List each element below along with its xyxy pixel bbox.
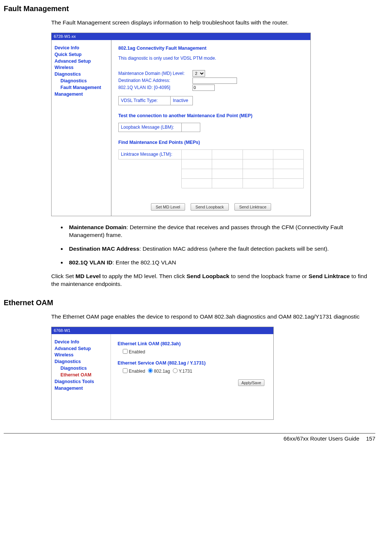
- sidebar2-advanced-setup[interactable]: Advanced Setup: [55, 346, 108, 352]
- main-heading: 802.1ag Connectivity Fault Management: [118, 45, 304, 52]
- heading-ethernet-oam: Ethernet OAM: [4, 298, 375, 308]
- sidebar2-diag-tools[interactable]: Diagnostics Tools: [55, 379, 108, 385]
- click-b2: Send Loopback: [187, 273, 229, 279]
- sidebar: Device Info Quick Setup Advanced Setup W…: [52, 40, 112, 216]
- sidebar2-device-info[interactable]: Device Info: [55, 339, 108, 345]
- main-subtext: This diagnostic is only used for VDSL PT…: [118, 55, 304, 61]
- sidebar2-management[interactable]: Management: [55, 385, 108, 392]
- service-oam-enabled-label: Enabled: [129, 369, 145, 374]
- vlan-id-input[interactable]: [192, 85, 215, 91]
- test-heading: Test the connection to another Maintenan…: [118, 113, 304, 119]
- lbm-table: Loopback Message (LBM):: [118, 123, 200, 132]
- sidebar-item-wireless[interactable]: Wireless: [55, 65, 108, 71]
- sidebar-item-quick-setup[interactable]: Quick Setup: [55, 52, 108, 58]
- bullet-mac-label: Destination MAC Address: [69, 245, 139, 252]
- bullet-destination-mac: Destination MAC Address: Destination MAC…: [67, 245, 375, 253]
- sidebar2-wireless[interactable]: Wireless: [55, 352, 108, 358]
- sidebar-item-diagnostics[interactable]: Diagnostics: [55, 71, 108, 78]
- sidebar-item-fault-management[interactable]: Fault Management: [60, 85, 108, 91]
- bullet-md-label: Maintenance Domain: [69, 224, 126, 230]
- window-title: 6728-W1-xx: [52, 33, 310, 40]
- radio-y1731-label: Y.1731: [179, 369, 192, 374]
- screenshot-fault-management: 6728-W1-xx Device Info Quick Setup Advan…: [51, 33, 311, 217]
- sidebar-item-management[interactable]: Management: [55, 91, 108, 98]
- md-level-select[interactable]: 2: [192, 70, 205, 77]
- footer-page-number: 157: [366, 435, 375, 442]
- button-row: Set MD Level Send Loopback Send Linktrac…: [118, 203, 304, 211]
- sidebar2-ethernet-oam[interactable]: Ethernet OAM: [60, 372, 108, 378]
- sidebar-2: Device Info Advanced Setup Wireless Diag…: [52, 334, 111, 419]
- sidebar2-diagnostics[interactable]: Diagnostics: [55, 359, 108, 365]
- click-b3: Send Linktrace: [309, 273, 350, 279]
- ltm-table: Linktrace Message (LTM):: [118, 149, 304, 188]
- bullet-vlan-text: : Enter the 802.1Q VLAN: [112, 259, 176, 266]
- intro-fm: The Fault Management screen displays inf…: [51, 19, 375, 27]
- dest-mac-input[interactable]: [192, 78, 237, 84]
- click-t2: to apply the MD level. Then click: [101, 273, 187, 279]
- find-heading: Find Maintenance End Points (MEPs): [118, 139, 304, 146]
- dest-mac-label: Destination MAC Address:: [118, 78, 192, 83]
- main-panel: 802.1ag Connectivity Fault Management Th…: [112, 40, 310, 216]
- footer-rule: [4, 433, 375, 434]
- click-t3: to send the loopback frame or: [229, 273, 309, 279]
- set-md-level-button[interactable]: Set MD Level: [151, 203, 185, 211]
- traffic-type-table: VDSL Traffic Type: Inactive: [118, 96, 193, 105]
- click-t1: Click Set: [51, 273, 75, 279]
- service-oam-enabled-checkbox[interactable]: [123, 368, 128, 373]
- window-title-2: 6768-W1: [52, 327, 273, 334]
- link-oam-enabled-checkbox[interactable]: [123, 349, 128, 354]
- radio-y1731[interactable]: [173, 368, 178, 373]
- intro-oam: The Ethernet OAM page enables the device…: [51, 313, 375, 321]
- bullet-maintenance-domain: Maintenance Domain: Determine the device…: [67, 224, 375, 239]
- click-b1: MD Level: [75, 273, 101, 279]
- page-footer: 66xx/67xx Router Users Guide 157: [4, 435, 375, 442]
- sidebar-item-diagnostics-sub[interactable]: Diagnostics: [60, 78, 108, 84]
- radio-8021ag[interactable]: [148, 368, 153, 373]
- service-oam-heading: Ethernet Service OAM (802.1ag / Y.1731): [118, 360, 267, 366]
- apply-save-button[interactable]: Apply/Save: [238, 379, 264, 386]
- traffic-type-value: Inactive: [171, 96, 193, 105]
- traffic-type-label: VDSL Traffic Type:: [119, 96, 171, 105]
- link-oam-enabled-label: Enabled: [129, 349, 145, 355]
- footer-guide-title: 66xx/67xx Router Users Guide: [284, 435, 359, 442]
- bullet-list: Maintenance Domain: Determine the device…: [67, 224, 375, 267]
- bullet-vlan-id: 802.1Q VLAN ID: Enter the 802.1Q VLAN: [67, 259, 375, 267]
- sidebar2-diagnostics-sub[interactable]: Diagnostics: [60, 365, 108, 372]
- send-linktrace-button[interactable]: Send Linktrace: [234, 203, 271, 211]
- main-panel-2: Ethernet Link OAM (802.3ah) Enabled Ethe…: [111, 334, 273, 419]
- heading-fault-management: Fault Management: [4, 4, 375, 14]
- screenshot-ethernet-oam: 6768-W1 Device Info Advanced Setup Wirel…: [51, 327, 274, 420]
- lbm-label: Loopback Message (LBM):: [119, 123, 182, 132]
- ltm-label: Linktrace Message (LTM):: [119, 149, 182, 159]
- send-loopback-button[interactable]: Send Loopback: [191, 203, 228, 211]
- click-instructions: Click Set MD Level to apply the MD level…: [51, 273, 375, 288]
- link-oam-heading: Ethernet Link OAM (802.3ah): [118, 341, 267, 347]
- lbm-value: [182, 123, 200, 132]
- bullet-mac-text: : Destination MAC address (where the fau…: [139, 245, 329, 252]
- sidebar-item-advanced-setup[interactable]: Advanced Setup: [55, 58, 108, 65]
- md-level-label: Maintenance Domain (MD) Level:: [118, 70, 192, 76]
- bullet-vlan-label: 802.1Q VLAN ID: [69, 259, 112, 266]
- vlan-id-label: 802.1Q VLAN ID: [0-4095]: [118, 85, 192, 90]
- radio-8021ag-label: 802.1ag: [154, 369, 170, 374]
- sidebar-item-device-info[interactable]: Device Info: [55, 45, 108, 51]
